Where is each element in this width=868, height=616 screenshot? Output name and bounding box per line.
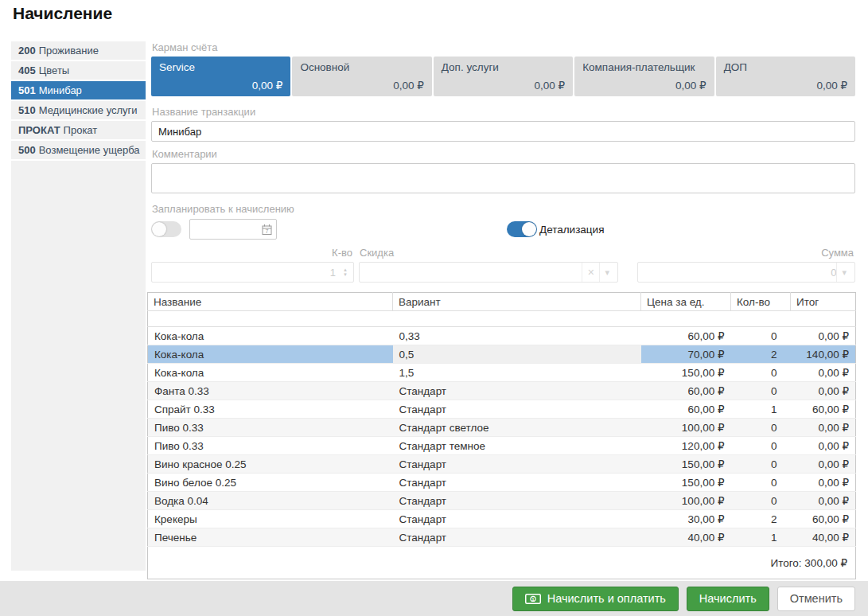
qty-input: 1 ▲▼ bbox=[151, 262, 354, 283]
table-row[interactable]: Фанта 0.33Стандарт60,00 ₽00,00 ₽ bbox=[148, 382, 856, 400]
table-row[interactable]: Кока-кола1,5150,00 ₽00,00 ₽ bbox=[148, 364, 856, 382]
cell-qty: 2 bbox=[731, 345, 791, 364]
cell-total: 60,00 ₽ bbox=[791, 400, 856, 419]
toggle-knob bbox=[152, 222, 166, 236]
cell-name: Крекеры bbox=[148, 510, 393, 528]
charge-and-pay-button[interactable]: 1 Начислить и оплатить bbox=[512, 587, 679, 611]
sidebar-item-label: Прокат bbox=[64, 124, 98, 136]
cell-name: Кока-кола bbox=[148, 345, 393, 364]
qty-spinner-icon: ▲▼ bbox=[341, 267, 350, 277]
schedule-label: Запланировать к начислению bbox=[152, 203, 855, 215]
banknote-icon: 1 bbox=[525, 594, 541, 604]
cell-qty: 1 bbox=[731, 528, 791, 547]
cell-price: 100,00 ₽ bbox=[641, 419, 731, 437]
sidebar-item-label: Возмещение ущерба bbox=[39, 144, 140, 156]
sidebar-item-code: ПРОКАТ bbox=[18, 124, 60, 136]
schedule-toggle[interactable] bbox=[151, 221, 181, 237]
cell-total: 140,00 ₽ bbox=[791, 345, 856, 364]
cell-name: Печенье bbox=[148, 528, 393, 547]
cell-qty: 0 bbox=[731, 419, 791, 437]
pocket-tab-amount: 0,00 ₽ bbox=[724, 79, 847, 92]
pocket-tab-amount: 0,00 ₽ bbox=[582, 79, 706, 92]
column-header: Цена за ед. bbox=[641, 293, 731, 311]
pocket-tab[interactable]: Основной0,00 ₽ bbox=[292, 57, 431, 96]
schedule-date-input[interactable]: 7 bbox=[189, 219, 277, 240]
pocket-tab[interactable]: Компания-плательщик0,00 ₽ bbox=[574, 57, 714, 96]
cell-qty: 0 bbox=[731, 474, 791, 492]
sidebar-item-code: 200 bbox=[18, 45, 36, 57]
table-row[interactable]: Кока-кола0,3360,00 ₽00,00 ₽ bbox=[148, 327, 856, 345]
pocket-tab-name: Основной bbox=[300, 61, 423, 73]
comments-input[interactable] bbox=[151, 163, 855, 193]
cell-variant: Стандарт bbox=[393, 528, 641, 547]
table-row[interactable]: Вино красное 0.25Стандарт150,00 ₽00,00 ₽ bbox=[148, 455, 856, 474]
table-empty-row bbox=[148, 311, 856, 327]
sidebar-item-510[interactable]: 510Медицинские услуги bbox=[11, 101, 146, 121]
sidebar-item-прокат[interactable]: ПРОКАТПрокат bbox=[11, 121, 146, 141]
transaction-name-input[interactable] bbox=[151, 121, 855, 142]
cell-total: 0,00 ₽ bbox=[791, 455, 856, 474]
cell-qty: 0 bbox=[731, 382, 791, 400]
cell-variant: Стандарт темное bbox=[393, 437, 641, 455]
calendar-icon: 7 bbox=[262, 224, 272, 236]
table-row[interactable]: Кока-кола0,570,00 ₽2140,00 ₽ bbox=[148, 345, 856, 364]
pocket-tab[interactable]: ДОП0,00 ₽ bbox=[716, 57, 855, 96]
sidebar-item-200[interactable]: 200Проживание bbox=[11, 41, 146, 61]
cell-qty: 0 bbox=[731, 492, 791, 510]
sum-value: 0 bbox=[644, 267, 836, 279]
table-row[interactable]: ПеченьеСтандарт40,00 ₽140,00 ₽ bbox=[148, 528, 856, 547]
cancel-button[interactable]: Отменить bbox=[777, 587, 855, 611]
cell-price: 70,00 ₽ bbox=[641, 345, 731, 364]
cell-price: 120,00 ₽ bbox=[641, 437, 731, 455]
toggle-knob bbox=[522, 222, 536, 236]
sidebar-item-label: Проживание bbox=[39, 45, 99, 57]
table-row[interactable]: Спрайт 0.33Стандарт60,00 ₽160,00 ₽ bbox=[148, 400, 856, 419]
cell-price: 60,00 ₽ bbox=[641, 400, 731, 419]
table-row[interactable]: Пиво 0.33Стандарт темное120,00 ₽00,00 ₽ bbox=[148, 437, 856, 455]
pocket-tab[interactable]: Доп. услуги0,00 ₽ bbox=[434, 57, 573, 96]
pocket-tab-amount: 0,00 ₽ bbox=[159, 79, 282, 92]
sidebar-item-501[interactable]: 501Минибар bbox=[11, 81, 146, 101]
items-table: НазваниеВариантЦена за ед.Кол-воИтог Кок… bbox=[147, 292, 856, 579]
bottom-action-bar: 1 Начислить и оплатить Начислить Отменит… bbox=[0, 581, 868, 616]
cell-variant: Стандарт bbox=[393, 474, 641, 492]
charge-button[interactable]: Начислить bbox=[687, 587, 769, 611]
cell-price: 60,00 ₽ bbox=[641, 327, 731, 345]
cell-price: 150,00 ₽ bbox=[641, 474, 731, 492]
cell-total: 0,00 ₽ bbox=[791, 382, 856, 400]
pocket-tab-name: Компания-плательщик bbox=[582, 61, 706, 73]
cell-qty: 1 bbox=[731, 400, 791, 419]
sidebar-item-code: 500 bbox=[18, 144, 36, 156]
sum-input: 0 ▾ bbox=[637, 262, 855, 283]
table-row[interactable]: КрекерыСтандарт30,00 ₽260,00 ₽ bbox=[148, 510, 856, 528]
quick-inputs-row: К-во 1 ▲▼ Скидка ✕ ▾ Сумма 0 ▾ bbox=[151, 247, 855, 283]
sidebar-item-code: 510 bbox=[18, 104, 36, 116]
detalization-label: Детализация bbox=[539, 224, 604, 236]
svg-text:7: 7 bbox=[266, 228, 269, 234]
table-row[interactable]: Водка 0.04Стандарт100,00 ₽00,00 ₽ bbox=[148, 492, 856, 510]
discount-label: Скидка bbox=[360, 247, 618, 259]
detalization-toggle[interactable] bbox=[507, 221, 537, 237]
chevron-down-icon: ▾ bbox=[836, 263, 851, 282]
cell-name: Фанта 0.33 bbox=[148, 382, 393, 400]
pocket-tab[interactable]: Service0,00 ₽ bbox=[151, 57, 290, 96]
items-tbody: Кока-кола0,3360,00 ₽00,00 ₽Кока-кола0,57… bbox=[148, 311, 856, 547]
cell-total: 0,00 ₽ bbox=[791, 437, 856, 455]
sidebar-item-label: Цветы bbox=[39, 64, 69, 76]
cell-name: Спрайт 0.33 bbox=[148, 400, 393, 419]
cell-total: 0,00 ₽ bbox=[791, 492, 856, 510]
cell-price: 30,00 ₽ bbox=[641, 510, 731, 528]
cell-price: 150,00 ₽ bbox=[641, 455, 731, 474]
cell-total: 0,00 ₽ bbox=[791, 419, 856, 437]
cell-total: 60,00 ₽ bbox=[791, 510, 856, 528]
sidebar-item-code: 405 bbox=[18, 64, 36, 76]
sidebar-item-500[interactable]: 500Возмещение ущерба bbox=[11, 141, 146, 161]
sidebar-item-405[interactable]: 405Цветы bbox=[11, 61, 146, 81]
cell-total: 40,00 ₽ bbox=[791, 528, 856, 547]
table-empty-cell bbox=[148, 311, 856, 327]
table-row[interactable]: Пиво 0.33Стандарт светлое100,00 ₽00,00 ₽ bbox=[148, 419, 856, 437]
cell-qty: 0 bbox=[731, 437, 791, 455]
table-row[interactable]: Вино белое 0.25Стандарт150,00 ₽00,00 ₽ bbox=[148, 474, 856, 492]
table-total: Итого: 300,00 ₽ bbox=[148, 547, 856, 579]
pocket-tabs: Service0,00 ₽Основной0,00 ₽Доп. услуги0,… bbox=[151, 57, 855, 96]
